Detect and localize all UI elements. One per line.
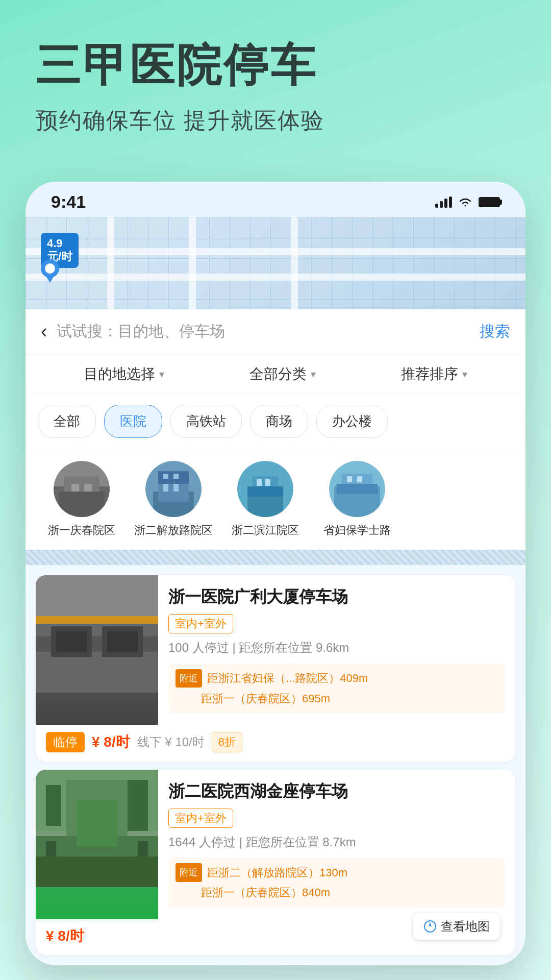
svg-rect-26 (337, 484, 378, 494)
hospital-avatar-3 (329, 461, 385, 517)
card-1-price-original: 线下 ¥ 10/时 (137, 734, 205, 750)
card-1-price-tag: 临停 (46, 732, 85, 752)
search-bar: ‹ 试试搜：目的地、停车场 搜索 (26, 309, 525, 354)
svg-rect-43 (77, 800, 117, 846)
signal-icon (435, 197, 452, 208)
hospital-item-0[interactable]: 浙一庆春院区 (36, 461, 128, 538)
svg-rect-6 (59, 492, 105, 517)
map-pin (40, 258, 60, 286)
card-1-top: 浙一医院广利大厦停车场 室内+室外 100 人停过 | 距您所在位置 9.6km… (36, 575, 515, 725)
hero-title: 三甲医院停车 (36, 41, 515, 90)
hospital-item-1[interactable]: 浙二解放路院区 (128, 461, 219, 538)
hospital-avatar-0 (54, 461, 110, 517)
hospital-name-1: 浙二解放路院区 (134, 523, 213, 538)
svg-rect-45 (46, 841, 56, 856)
cards-area: 浙一医院广利大厦停车场 室内+室外 100 人停过 | 距您所在位置 9.6km… (26, 565, 525, 965)
svg-marker-48 (429, 922, 432, 927)
hospital-name-2: 浙二滨江院区 (232, 523, 299, 538)
nearby-label-2: 附近 (176, 863, 202, 881)
filter-destination[interactable]: 目的地选择 ▾ (84, 364, 164, 384)
card-1-price-main: ¥ 8/时 (92, 732, 130, 752)
svg-rect-27 (347, 476, 352, 482)
svg-rect-22 (265, 479, 270, 486)
card-2-info: 浙二医院西湖金座停车场 室内+室外 1644 人停过 | 距您所在位置 8.7k… (158, 770, 515, 919)
filter-category-arrow: ▾ (311, 368, 316, 380)
card-1-info: 浙一医院广利大厦停车场 室内+室外 100 人停过 | 距您所在位置 9.6km… (158, 575, 515, 725)
hero-subtitle: 预约确保车位 提升就医体验 (36, 106, 515, 136)
svg-rect-35 (56, 631, 87, 652)
svg-rect-8 (84, 484, 92, 492)
status-icons (435, 197, 500, 208)
hospital-item-3[interactable]: 省妇保学士路 (311, 461, 403, 538)
card-1-image (36, 575, 158, 725)
svg-rect-44 (36, 856, 158, 887)
hospital-icons-row: 浙一庆春院区 浙二解放路院区 (26, 449, 525, 550)
nearby-label: 附近 (176, 669, 202, 688)
map-grid (26, 217, 525, 309)
card-2-nearby-0: 距浙二（解放路院区）130m (207, 863, 347, 883)
card-2-badge: 室内+室外 (168, 808, 233, 828)
hospital-name-0: 浙一庆春院区 (48, 523, 115, 538)
card-1-title: 浙一医院广利大厦停车场 (168, 586, 505, 608)
tab-highspeed[interactable]: 高铁站 (170, 405, 242, 438)
search-button[interactable]: 搜索 (480, 321, 510, 342)
svg-rect-32 (36, 616, 158, 624)
card-1-nearby: 附近 距浙江省妇保（...路院区）409m 距浙一（庆春院区）695m (168, 663, 505, 714)
svg-rect-7 (71, 484, 79, 492)
svg-rect-41 (46, 785, 61, 826)
card-2-image (36, 770, 158, 919)
phone-wrapper: 9:41 (0, 182, 551, 965)
hospital-avatar-2 (237, 461, 293, 517)
svg-marker-1 (44, 273, 56, 283)
svg-rect-28 (357, 476, 362, 482)
card-2-nearby-1: 距浙一（庆春院区）840m (201, 883, 330, 903)
svg-point-2 (45, 263, 55, 274)
filter-sort[interactable]: 推荐排序 ▾ (401, 364, 467, 384)
tab-all[interactable]: 全部 (38, 405, 96, 438)
parking-card-1[interactable]: 浙一医院广利大厦停车场 室内+室外 100 人停过 | 距您所在位置 9.6km… (36, 575, 515, 762)
svg-rect-21 (257, 479, 262, 486)
hospital-item-2[interactable]: 浙二滨江院区 (219, 461, 311, 538)
hero-section: 三甲医院停车 预约确保车位 提升就医体验 (0, 0, 551, 166)
tab-office[interactable]: 办公楼 (316, 405, 388, 438)
svg-rect-42 (128, 780, 148, 831)
parking-card-2[interactable]: 浙二医院西湖金座停车场 室内+室外 1644 人停过 | 距您所在位置 8.7k… (36, 770, 515, 955)
card-1-nearby-0: 距浙江省妇保（...路院区）409m (207, 668, 368, 689)
phone-mockup: 9:41 (26, 182, 525, 965)
svg-rect-20 (247, 486, 283, 497)
hospital-name-3: 省妇保学士路 (323, 523, 391, 538)
svg-rect-13 (163, 484, 168, 492)
map-view-button[interactable]: 查看地图 (413, 913, 500, 940)
svg-rect-16 (173, 474, 179, 479)
svg-rect-14 (173, 484, 179, 492)
map-area: 4.9 元/时 (26, 217, 525, 309)
filter-row: 目的地选择 ▾ 全部分类 ▾ 推荐排序 ▾ (26, 354, 525, 395)
card-1-badge: 室内+室外 (168, 614, 233, 633)
wifi-icon (458, 197, 472, 208)
tab-hospital[interactable]: 医院 (104, 405, 162, 438)
map-crosshatch (26, 550, 525, 565)
card-1-price-row: 临停 ¥ 8/时 线下 ¥ 10/时 8折 (36, 725, 515, 762)
tab-mall[interactable]: 商场 (250, 405, 308, 438)
card-2-title: 浙二医院西湖金座停车场 (168, 781, 505, 802)
filter-category[interactable]: 全部分类 ▾ (249, 364, 316, 384)
navigation-icon (423, 920, 437, 933)
card-1-stats: 100 人停过 | 距您所在位置 9.6km (168, 640, 505, 656)
card-2-stats: 1644 人停过 | 距您所在位置 8.7km (168, 834, 505, 850)
svg-rect-15 (163, 474, 168, 479)
card-1-nearby-1: 距浙一（庆春院区）695m (201, 689, 330, 709)
hospital-avatar-1 (145, 461, 202, 517)
back-button[interactable]: ‹ (41, 321, 47, 342)
card-2-price-main: ¥ 8/时 (46, 926, 84, 946)
card-2-nearby: 附近 距浙二（解放路院区）130m 距浙一（庆春院区）840m (168, 857, 505, 908)
category-tabs: 全部 医院 高铁站 商场 办公楼 (26, 395, 525, 449)
search-input[interactable]: 试试搜：目的地、停车场 (57, 321, 470, 342)
svg-rect-36 (107, 631, 138, 652)
card-2-top: 浙二医院西湖金座停车场 室内+室外 1644 人停过 | 距您所在位置 8.7k… (36, 770, 515, 919)
status-time: 9:41 (51, 192, 86, 212)
map-view-label: 查看地图 (441, 918, 490, 935)
filter-destination-arrow: ▾ (159, 368, 164, 380)
battery-icon (479, 197, 500, 207)
filter-sort-arrow: ▾ (462, 368, 467, 380)
card-1-discount: 8折 (212, 732, 242, 752)
